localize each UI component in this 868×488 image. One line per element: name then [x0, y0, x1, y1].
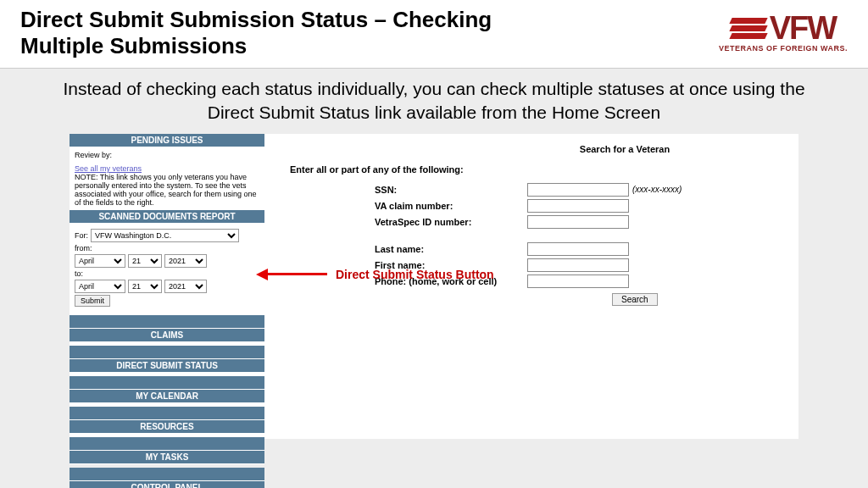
sidebar: PENDING ISSUES Review by: See all my vet… — [70, 134, 264, 439]
search-prompt: Enter all or part of any of the followin… — [290, 164, 790, 175]
vetraspec-label: VetraSpec ID number: — [290, 217, 527, 227]
sidebar-note: NOTE: This link shows you only veterans … — [75, 173, 259, 207]
vfw-logo-letters: VFW — [770, 14, 836, 42]
sidebar-nav-claims[interactable]: CLAIMS — [70, 329, 264, 342]
vfw-stripes-icon — [731, 18, 766, 39]
slide-subtitle: Instead of checking each status individu… — [0, 69, 868, 134]
callout-arrow: Direct Submit Status Button — [256, 268, 494, 281]
to-day-select[interactable]: 21 — [128, 280, 162, 293]
sidebar-nav-resources[interactable]: RESOURCES — [70, 420, 264, 434]
to-month-select[interactable]: April — [75, 280, 125, 293]
first-name-input[interactable] — [527, 258, 629, 272]
from-label: from: — [75, 244, 92, 252]
sidebar-nav-control-panel[interactable]: CONTROL PANEL — [70, 481, 264, 488]
see-all-veterans-link[interactable]: See all my veterans — [75, 164, 142, 173]
vfw-logo: VFW VETERANS OF FOREIGN WARS. — [719, 14, 848, 53]
sidebar-nav-my-calendar[interactable]: MY CALENDAR — [70, 390, 264, 403]
va-claim-input[interactable] — [527, 199, 629, 213]
sidebar-nav-my-tasks[interactable]: MY TASKS — [70, 451, 264, 464]
search-title: Search for a Veteran — [459, 144, 790, 154]
from-month-select[interactable]: April — [75, 254, 125, 268]
main-panel: Search for a Veteran Enter all or part o… — [264, 134, 798, 439]
ssn-hint: (xxx-xx-xxxx) — [632, 185, 682, 194]
vetraspec-input[interactable] — [527, 215, 629, 229]
sidebar-hdr-pending[interactable]: PENDING ISSUES — [70, 134, 264, 147]
arrow-line-icon — [268, 273, 327, 275]
last-name-input[interactable] — [527, 242, 629, 256]
arrow-head-icon — [256, 269, 268, 280]
sidebar-divider-bar — [70, 346, 264, 359]
org-select[interactable]: VFW Washington D.C. — [91, 229, 239, 242]
app-screenshot: PENDING ISSUES Review by: See all my vet… — [70, 134, 798, 439]
vfw-logo-subtitle: VETERANS OF FOREIGN WARS. — [719, 44, 848, 53]
from-day-select[interactable]: 21 — [128, 254, 162, 268]
last-name-label: Last name: — [290, 244, 527, 254]
sidebar-divider-bar — [70, 468, 264, 481]
for-label: For: — [75, 231, 88, 240]
search-button[interactable]: Search — [612, 293, 658, 306]
sidebar-divider-bar — [70, 407, 264, 420]
sidebar-divider-bar — [70, 315, 264, 329]
sidebar-divider-bar — [70, 376, 264, 390]
phone-input[interactable] — [527, 274, 629, 288]
ssn-label: SSN: — [290, 185, 527, 195]
to-label: to: — [75, 269, 83, 278]
review-by-label: Review by: — [75, 151, 259, 159]
submit-report-button[interactable] — [75, 295, 110, 307]
sidebar-nav-direct-submit-status[interactable]: DIRECT SUBMIT STATUS — [70, 359, 264, 373]
slide-header: Direct Submit Submission Status – Checki… — [0, 0, 868, 69]
slide-title: Direct Submit Submission Status – Checki… — [20, 7, 563, 59]
from-year-select[interactable]: 2021 — [164, 254, 207, 268]
va-claim-label: VA claim number: — [290, 201, 527, 211]
to-year-select[interactable]: 2021 — [164, 280, 207, 293]
callout-text: Direct Submit Status Button — [336, 268, 494, 281]
sidebar-hdr-scanned[interactable]: SCANNED DOCUMENTS REPORT — [70, 210, 264, 224]
sidebar-divider-bar — [70, 437, 264, 451]
ssn-input[interactable] — [527, 183, 629, 197]
